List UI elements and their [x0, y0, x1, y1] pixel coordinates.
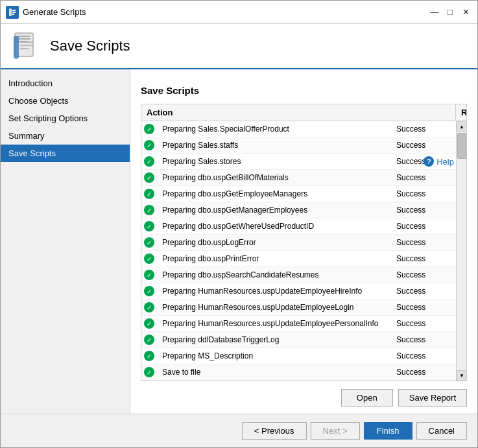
success-checkmark: ✓ [144, 140, 154, 150]
table-row: ✓ Preparing dbo.uspGetEmployeeManagers S… [141, 186, 456, 202]
next-button[interactable]: Next > [311, 422, 360, 440]
row-status-icon: ✓ [141, 348, 157, 364]
main-content: Introduction Choose Objects Set Scriptin… [1, 69, 477, 414]
table-row: ✓ Preparing dbo.uspLogError Success [141, 235, 456, 251]
row-action: Preparing dbo.uspLogError [157, 235, 391, 250]
row-result: Success [391, 349, 456, 363]
close-button[interactable]: ✕ [459, 6, 472, 19]
svg-rect-1 [18, 36, 30, 37]
scroll-down-button[interactable]: ▼ [457, 370, 466, 381]
row-status-icon: ✓ [141, 154, 157, 169]
app-icon [6, 6, 19, 19]
save-report-button[interactable]: Save Report [398, 389, 467, 407]
table-row: ✓ Preparing dbo.uspSearchCandidateResume… [141, 267, 456, 283]
sidebar-item-set-scripting-options[interactable]: Set Scripting Options [1, 110, 130, 127]
table-row: ✓ Preparing Sales.staffs Success [141, 137, 456, 154]
window-title: Generate Scripts [23, 7, 428, 17]
previous-button[interactable]: < Previous [242, 422, 307, 440]
row-result: Success [391, 171, 456, 185]
row-action: Preparing HumanResources.uspUpdateEmploy… [157, 316, 391, 331]
table-row: ✓ Save to file Success [141, 364, 456, 381]
success-checkmark: ✓ [144, 172, 154, 183]
row-status-icon: ✓ [141, 332, 157, 348]
main-window: Generate Scripts — □ ✕ Save Scripts [0, 0, 478, 448]
row-action: Preparing HumanResources.uspUpdateEmploy… [157, 300, 391, 314]
help-link[interactable]: ? Help [424, 156, 454, 167]
row-status-icon: ✓ [141, 137, 157, 153]
help-label: Help [436, 157, 454, 167]
scroll-up-button[interactable]: ▲ [457, 121, 466, 132]
row-result: Success [391, 300, 456, 314]
success-checkmark: ✓ [144, 351, 154, 361]
row-action: Preparing dbo.uspGetEmployeeManagers [157, 187, 391, 201]
success-checkmark: ✓ [144, 302, 154, 312]
row-result: Success [391, 252, 456, 266]
table-row: ✓ Preparing Sales.stores Success [141, 154, 456, 170]
row-status-icon: ✓ [141, 202, 157, 218]
table-row: ✓ Preparing HumanResources.uspUpdateEmpl… [141, 283, 456, 300]
table-body: ✓ Preparing Sales.SpecialOfferProduct Su… [141, 121, 456, 381]
header-icon [11, 30, 42, 62]
table-row: ✓ Preparing HumanResources.uspUpdateEmpl… [141, 316, 456, 332]
success-checkmark: ✓ [144, 270, 154, 280]
success-checkmark: ✓ [144, 237, 154, 248]
minimize-button[interactable]: — [428, 6, 441, 19]
success-checkmark: ✓ [144, 124, 154, 134]
sidebar-item-introduction[interactable]: Introduction [1, 75, 130, 92]
title-bar: Generate Scripts — □ ✕ [1, 1, 477, 24]
action-buttons: Open Save Report [141, 389, 467, 407]
row-status-icon: ✓ [141, 235, 157, 250]
row-status-icon: ✓ [141, 300, 157, 315]
table-row: ✓ Preparing MS_Description Success [141, 348, 456, 364]
row-action: Save to file [157, 365, 391, 379]
row-result: Success [391, 122, 456, 136]
header-section: Save Scripts [1, 24, 477, 69]
row-status-icon: ✓ [141, 218, 157, 234]
row-status-icon: ✓ [141, 316, 157, 331]
sidebar-item-choose-objects[interactable]: Choose Objects [1, 92, 130, 110]
action-column-header: Action [141, 104, 456, 121]
row-result: Success [391, 333, 456, 347]
table-row: ✓ Preparing Sales.SpecialOfferProduct Su… [141, 121, 456, 137]
window-controls: — □ ✕ [428, 6, 472, 19]
row-action: Preparing dbo.uspPrintError [157, 252, 391, 266]
scroll-thumb[interactable] [457, 133, 466, 159]
row-action: Preparing ddlDatabaseTriggerLog [157, 333, 391, 347]
cancel-button[interactable]: Cancel [416, 422, 467, 440]
row-result: Success [391, 316, 456, 331]
help-icon: ? [424, 156, 434, 167]
row-action: Preparing dbo.uspSearchCandidateResumes [157, 268, 391, 282]
finish-button[interactable]: Finish [364, 422, 412, 440]
scrollbar[interactable]: ▲ ▼ [456, 121, 466, 381]
success-checkmark: ✓ [144, 318, 154, 329]
sidebar-item-save-scripts[interactable]: Save Scripts [1, 145, 130, 162]
open-button[interactable]: Open [341, 389, 393, 407]
results-table: Action Result ✓ Preparing Sales.SpecialO… [141, 104, 467, 381]
row-status-icon: ✓ [141, 170, 157, 185]
success-checkmark: ✓ [144, 286, 154, 296]
row-status-icon: ✓ [141, 186, 157, 202]
row-action: Preparing Sales.SpecialOfferProduct [157, 122, 391, 136]
table-row: ✓ Preparing dbo.uspGetWhereUsedProductID… [141, 218, 456, 235]
row-action: Preparing HumanResources.uspUpdateEmploy… [157, 284, 391, 298]
table-row: ✓ Preparing dbo.uspGetBillOfMaterials Su… [141, 170, 456, 186]
result-column-header: Result [456, 104, 466, 121]
content-section-title: Save Scripts [141, 85, 467, 96]
row-status-icon: ✓ [141, 267, 157, 283]
page-title: Save Scripts [50, 38, 130, 54]
table-row: ✓ Preparing HumanResources.uspUpdateEmpl… [141, 300, 456, 316]
sidebar-item-summary[interactable]: Summary [1, 127, 130, 145]
svg-rect-2 [18, 38, 30, 40]
row-status-icon: ✓ [141, 121, 157, 137]
row-result: Success [391, 187, 456, 201]
success-checkmark: ✓ [144, 253, 154, 264]
row-result: Success [391, 138, 456, 152]
row-result: Success [391, 235, 456, 250]
sidebar: Introduction Choose Objects Set Scriptin… [1, 69, 130, 414]
table-row: ✓ Preparing dbo.uspPrintError Success [141, 251, 456, 267]
row-result: Success [391, 203, 456, 217]
row-status-icon: ✓ [141, 364, 157, 380]
maximize-button[interactable]: □ [444, 6, 457, 19]
row-action: Preparing Sales.staffs [157, 138, 391, 152]
row-status-icon: ✓ [141, 251, 157, 266]
